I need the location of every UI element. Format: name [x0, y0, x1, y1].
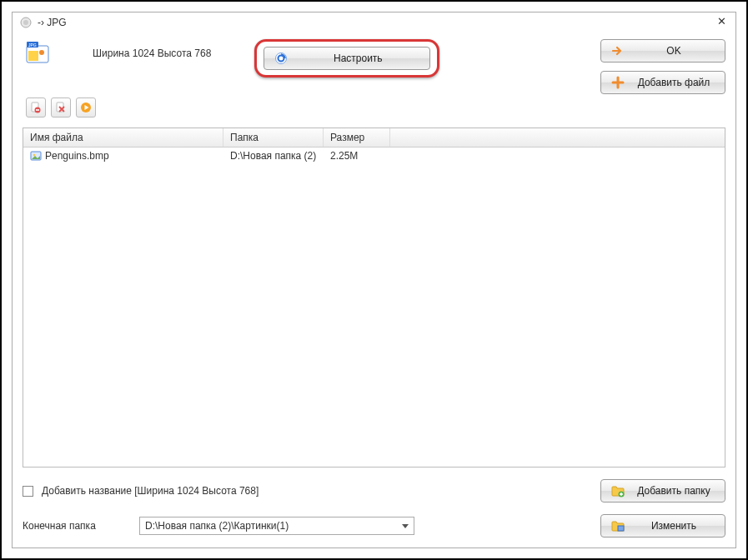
ok-button[interactable]: OK [600, 39, 725, 62]
add-title-label: Добавить название [Ширина 1024 Высота 76… [42, 485, 259, 497]
file-x-icon [55, 102, 67, 113]
plus-icon [611, 76, 625, 89]
bottom-panel: Добавить название [Ширина 1024 Высота 76… [13, 472, 735, 548]
titlebar: -› JPG ✕ [13, 12, 735, 32]
folder-open-icon [611, 519, 625, 532]
app-icon [19, 16, 33, 29]
add-file-button[interactable]: Добавить файл [600, 71, 725, 94]
cell-filename: Penguins.bmp [45, 150, 109, 162]
add-title-checkbox[interactable] [23, 486, 33, 497]
dest-folder-select[interactable]: D:\Новая папка (2)\Картинки(1) [139, 517, 414, 535]
svg-point-4 [39, 50, 44, 55]
play-preview-button[interactable] [76, 98, 96, 118]
file-table: Имя файла Папка Размер Penguins.bmp D:\Н… [23, 128, 725, 468]
svg-point-1 [23, 20, 28, 25]
cell-size: 2.25M [324, 148, 390, 163]
file-minus-icon [30, 102, 42, 113]
arrow-right-icon [611, 44, 625, 58]
add-folder-button[interactable]: Добавить папку [600, 479, 725, 502]
svg-point-15 [33, 154, 36, 157]
add-folder-label: Добавить папку [633, 485, 715, 497]
svg-rect-11 [36, 109, 39, 111]
col-size[interactable]: Размер [324, 128, 390, 147]
small-toolbar [13, 96, 735, 122]
folder-plus-icon [611, 484, 625, 498]
svg-rect-17 [618, 526, 624, 531]
tutorial-frame: -› JPG ✕ JPG Ширина 1024 Высота 768 Наст… [0, 0, 748, 560]
play-icon [80, 102, 92, 113]
settings-label: Настроить [296, 52, 419, 64]
change-folder-button[interactable]: Изменить [600, 514, 725, 538]
col-folder[interactable]: Папка [223, 128, 324, 147]
clear-list-button[interactable] [51, 98, 71, 118]
settings-highlight: Настроить [254, 39, 439, 78]
jpg-format-icon: JPG [26, 41, 49, 64]
window-title: -› JPG [38, 17, 67, 28]
top-area: JPG Ширина 1024 Высота 768 Настроить OK [13, 32, 735, 96]
svg-text:JPG: JPG [28, 42, 37, 48]
close-button[interactable]: ✕ [714, 16, 729, 29]
col-spacer [390, 128, 725, 147]
change-folder-label: Изменить [633, 520, 715, 532]
settings-button[interactable]: Настроить [264, 47, 430, 70]
image-file-icon [30, 150, 42, 162]
ok-label: OK [633, 45, 715, 57]
remove-file-button[interactable] [26, 98, 46, 118]
cell-folder: D:\Новая папка (2) [223, 148, 324, 163]
dialog-window: -› JPG ✕ JPG Ширина 1024 Высота 768 Наст… [12, 12, 736, 548]
add-file-label: Добавить файл [633, 77, 715, 88]
col-filename[interactable]: Имя файла [23, 128, 223, 147]
table-header: Имя файла Папка Размер [23, 128, 725, 148]
gear-icon [274, 52, 288, 65]
dest-folder-caption: Конечная папка [23, 520, 131, 532]
dest-folder-value: D:\Новая папка (2)\Картинки(1) [145, 520, 289, 532]
dimensions-label: Ширина 1024 Высота 768 [93, 48, 211, 59]
table-body[interactable]: Penguins.bmp D:\Новая папка (2) 2.25M [23, 148, 725, 467]
svg-rect-3 [28, 51, 38, 61]
table-row[interactable]: Penguins.bmp D:\Новая папка (2) 2.25M [23, 148, 725, 164]
